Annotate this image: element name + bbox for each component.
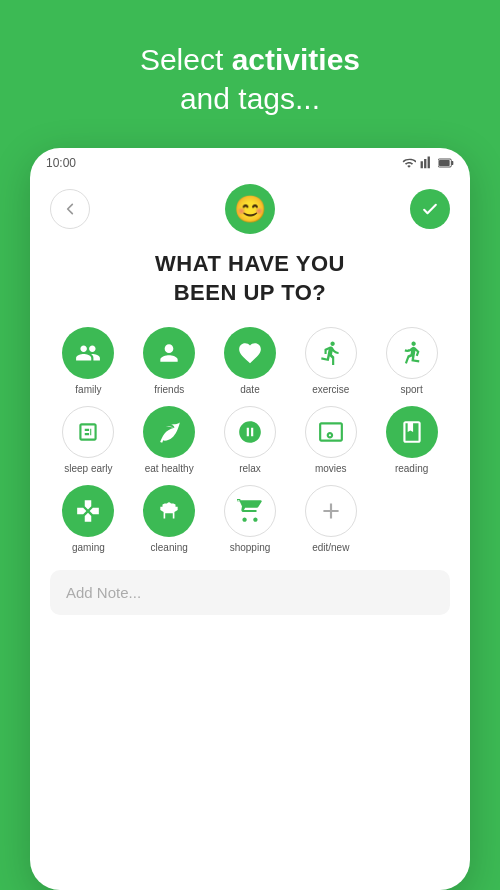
- mood-emoji: 😊: [225, 184, 275, 234]
- activity-edit-new[interactable]: edit/new: [292, 485, 369, 554]
- activity-icon-cleaning: [143, 485, 195, 537]
- header-title: Select activities and tags...: [140, 40, 360, 118]
- activity-icon-sport: [386, 327, 438, 379]
- sport-icon: [399, 340, 425, 366]
- exercise-icon: [318, 340, 344, 366]
- sleep-icon: [75, 419, 101, 445]
- header-line2: and tags...: [180, 82, 320, 115]
- phone-frame: 10:00 😊: [30, 148, 470, 890]
- activity-label-edit: edit/new: [312, 542, 349, 554]
- activity-gaming[interactable]: gaming: [50, 485, 127, 554]
- nav-row: 😊: [50, 184, 450, 234]
- activity-label-friends: friends: [154, 384, 184, 396]
- family-icon: [75, 340, 101, 366]
- activity-cleaning[interactable]: cleaning: [131, 485, 208, 554]
- activity-label-relax: relax: [239, 463, 261, 475]
- activity-label-sleep: sleep early: [64, 463, 112, 475]
- activity-label-cleaning: cleaning: [151, 542, 188, 554]
- activity-icon-relax: [224, 406, 276, 458]
- activity-icon-sleep: [62, 406, 114, 458]
- activity-icon-eat: [143, 406, 195, 458]
- cleaning-icon: [156, 498, 182, 524]
- activity-friends[interactable]: friends: [131, 327, 208, 396]
- activity-icon-shopping: [224, 485, 276, 537]
- activity-label-family: family: [75, 384, 101, 396]
- eat-icon: [156, 419, 182, 445]
- activity-label-exercise: exercise: [312, 384, 349, 396]
- activity-label-reading: reading: [395, 463, 428, 475]
- activity-eat-healthy[interactable]: eat healthy: [131, 406, 208, 475]
- confirm-button[interactable]: [410, 189, 450, 229]
- date-heart-icon: [237, 340, 263, 366]
- check-icon: [420, 199, 440, 219]
- activity-icon-family: [62, 327, 114, 379]
- note-input[interactable]: [50, 570, 450, 615]
- activity-label-eat: eat healthy: [145, 463, 194, 475]
- activity-icon-reading: [386, 406, 438, 458]
- activities-grid: family friends date: [50, 327, 450, 554]
- activity-icon-plus: [305, 485, 357, 537]
- activity-sleep-early[interactable]: sleep early: [50, 406, 127, 475]
- activity-label-movies: movies: [315, 463, 347, 475]
- activity-exercise[interactable]: exercise: [292, 327, 369, 396]
- activity-icon-gaming: [62, 485, 114, 537]
- svg-rect-2: [439, 160, 450, 166]
- activity-icon-movies: [305, 406, 357, 458]
- activity-date[interactable]: date: [212, 327, 289, 396]
- shopping-icon: [237, 498, 263, 524]
- activity-relax[interactable]: relax: [212, 406, 289, 475]
- activity-label-date: date: [240, 384, 259, 396]
- battery-icon: [438, 157, 454, 169]
- phone-content: 😊 WHAT HAVE YOUBEEN UP TO? family: [30, 174, 470, 635]
- status-icons: [402, 156, 454, 170]
- header-bold: activities: [232, 43, 360, 76]
- gaming-icon: [75, 498, 101, 524]
- movies-icon: [318, 419, 344, 445]
- plus-icon: [318, 498, 344, 524]
- activity-label-sport: sport: [400, 384, 422, 396]
- back-icon: [62, 201, 78, 217]
- svg-rect-1: [451, 161, 453, 165]
- activity-movies[interactable]: movies: [292, 406, 369, 475]
- activity-icon-friends: [143, 327, 195, 379]
- header-line1: Select: [140, 43, 232, 76]
- activity-sport[interactable]: sport: [373, 327, 450, 396]
- back-button[interactable]: [50, 189, 90, 229]
- activity-shopping[interactable]: shopping: [212, 485, 289, 554]
- activity-icon-exercise: [305, 327, 357, 379]
- activity-label-shopping: shopping: [230, 542, 271, 554]
- wifi-icon: [402, 156, 416, 170]
- activity-family[interactable]: family: [50, 327, 127, 396]
- header-area: Select activities and tags...: [0, 0, 500, 148]
- status-bar: 10:00: [30, 148, 470, 174]
- activity-reading[interactable]: reading: [373, 406, 450, 475]
- question-title: WHAT HAVE YOUBEEN UP TO?: [50, 250, 450, 307]
- friends-icon: [156, 340, 182, 366]
- activity-label-gaming: gaming: [72, 542, 105, 554]
- activity-icon-date: [224, 327, 276, 379]
- reading-icon: [399, 419, 425, 445]
- relax-icon: [237, 419, 263, 445]
- signal-icon: [420, 156, 434, 170]
- status-time: 10:00: [46, 156, 76, 170]
